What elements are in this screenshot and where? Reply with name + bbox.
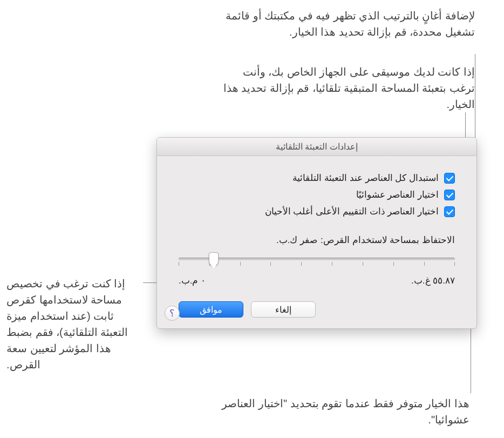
callout-replace-items: إذا كانت لديك موسيقى على الجهاز الخاص بك… — [216, 64, 475, 112]
checkbox-label: اختيار العناصر عشوائيًا — [356, 189, 439, 200]
reserve-value: صفر ك.ب. — [276, 234, 317, 246]
checkbox-label: اختيار العناصر ذات التقييم الأعلى أغلب ا… — [265, 206, 439, 217]
checkbox-icon[interactable] — [444, 173, 455, 184]
callout-random-order: لإضافة أغانٍ بالترتيب الذي تظهر فيه في م… — [216, 8, 475, 40]
autofill-settings-dialog: إعدادات التعبئة التلقائية استبدال كل الع… — [156, 137, 477, 329]
slider-max-label: ٥٥.٨٧ غ.ب. — [411, 275, 455, 286]
checkbox-row-replace-all[interactable]: استبدال كل العناصر عند التعبئة التلقائية — [179, 172, 455, 184]
slider-thumb[interactable] — [209, 252, 219, 266]
checkbox-label: استبدال كل العناصر عند التعبئة التلقائية — [292, 172, 439, 184]
reserve-label: الاحتفاظ بمساحة لاستخدام القرص: — [321, 234, 455, 246]
callout-slider: إذا كنت ترغب في تخصيص مساحة لاستخدامها ك… — [6, 275, 142, 373]
checkbox-icon[interactable] — [444, 206, 455, 217]
checkbox-row-higher-rated[interactable]: اختيار العناصر ذات التقييم الأعلى أغلب ا… — [179, 206, 455, 217]
help-button[interactable]: ؟ — [165, 306, 180, 321]
ok-button[interactable]: موافق — [179, 301, 243, 318]
cancel-button[interactable]: إلغاء — [251, 301, 316, 318]
checkbox-icon[interactable] — [444, 190, 455, 200]
callout-higher-rated: هذا الخيار متوفر فقط عندما تقوم بتحديد "… — [221, 395, 469, 428]
question-mark-icon: ؟ — [169, 307, 175, 319]
reserve-space-label-row: الاحتفاظ بمساحة لاستخدام القرص: صفر ك.ب. — [179, 234, 455, 246]
disk-space-slider[interactable] — [179, 253, 455, 271]
dialog-title: إعدادات التعبئة التلقائية — [157, 138, 476, 156]
slider-track — [179, 258, 455, 260]
checkbox-row-random[interactable]: اختيار العناصر عشوائيًا — [179, 189, 455, 200]
slider-min-label: ٠ م.ب. — [179, 275, 206, 286]
